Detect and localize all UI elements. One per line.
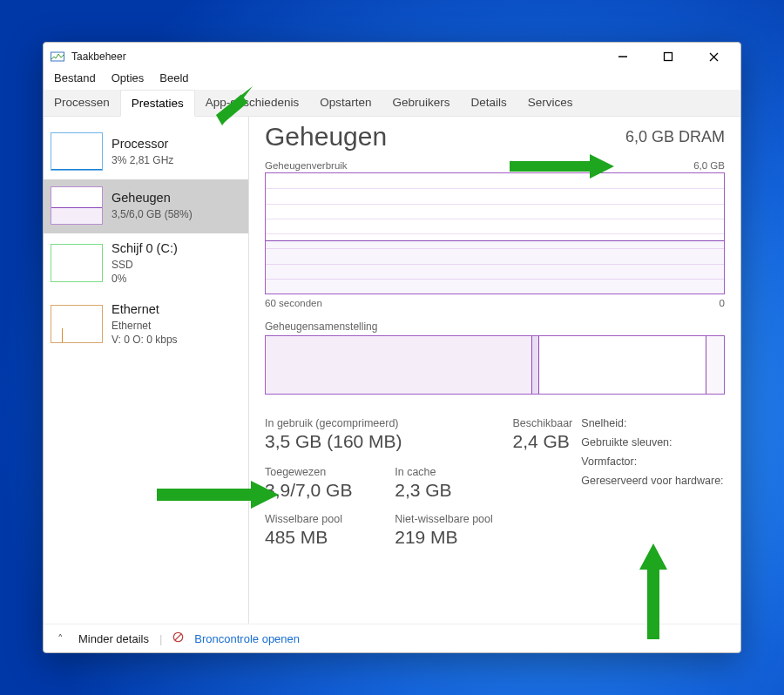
tab-bar: Processen Prestaties App-geschiedenis Op… (44, 90, 740, 117)
memory-composition-chart[interactable] (265, 335, 725, 395)
sidebar-label: Schijf 0 (C:) (112, 240, 178, 258)
sidebar-item-disk[interactable]: Schijf 0 (C:) SSD 0% (44, 233, 248, 294)
stat-label: Toegewezen (265, 466, 374, 479)
x-axis-right: 0 (720, 298, 725, 308)
window-controls (612, 48, 733, 65)
menu-file[interactable]: Bestand (54, 71, 96, 84)
tab-users[interactable]: Gebruikers (382, 90, 460, 116)
sidebar-label: Geheugen (112, 190, 193, 207)
panel-title: Geheugen (265, 122, 387, 152)
meta-form: Vormfactor: (581, 455, 725, 468)
stat-value: 3,5 GB (160 MB) (265, 431, 504, 452)
stat-value: 485 MB (265, 527, 374, 548)
minimize-button[interactable] (612, 48, 634, 65)
usage-chart-label: Geheugenverbruik (265, 160, 348, 171)
menu-view[interactable]: Beeld (159, 71, 188, 84)
window-title: Taakbeheer (71, 51, 126, 63)
meta-slots: Gebruikte sleuven: (581, 436, 725, 449)
sidebar-sub: V: 0 O: 0 kbps (112, 333, 178, 347)
title-bar: Taakbeheer (44, 43, 740, 71)
meta-reserved: Gereserveerd voor hardware: (581, 475, 725, 487)
memory-usage-chart[interactable] (265, 172, 725, 294)
sidebar-sub: 3% 2,81 GHz (112, 153, 173, 167)
sidebar-sub: 0% (112, 272, 178, 286)
stat-value: 2,3 GB (395, 480, 504, 501)
taskmgr-window: Taakbeheer Bestand Opties Beeld Processe… (43, 42, 741, 653)
meta-speed: Snelheid: (581, 417, 725, 429)
stat-label: In cache (395, 466, 504, 479)
menu-bar: Bestand Opties Beeld (44, 71, 740, 90)
tab-processes[interactable]: Processen (44, 90, 120, 116)
svg-rect-2 (665, 53, 672, 61)
perf-sidebar: Processor 3% 2,81 GHz Geheugen 3,5/6,0 G… (44, 117, 249, 624)
memory-panel: Geheugen 6,0 GB DRAM Geheugenverbruik 6,… (249, 117, 740, 624)
menu-options[interactable]: Opties (112, 71, 145, 84)
composition-label: Geheugensamenstelling (265, 321, 725, 333)
sidebar-item-ethernet[interactable]: Ethernet Ethernet V: 0 O: 0 kbps (44, 294, 248, 355)
memory-capacity: 6,0 GB DRAM (625, 128, 725, 146)
stat-value: 3,9/7,0 GB (265, 480, 374, 501)
svg-line-6 (175, 634, 181, 640)
sidebar-label: Ethernet (112, 301, 178, 319)
fewer-details-link[interactable]: Minder details (78, 632, 149, 645)
sidebar-label: Processor (112, 136, 173, 153)
stat-label: Wisselbare pool (265, 513, 374, 526)
stop-icon (172, 631, 184, 645)
sidebar-sub: Ethernet (112, 319, 178, 333)
maximize-button[interactable] (657, 48, 679, 65)
x-axis-left: 60 seconden (265, 298, 322, 308)
sidebar-item-cpu[interactable]: Processor 3% 2,81 GHz (44, 125, 248, 179)
footer-bar: ˄ Minder details | Broncontrole openen (44, 624, 740, 652)
stat-label: Niet-wisselbare pool (395, 513, 504, 526)
stat-value: 219 MB (395, 527, 504, 548)
sidebar-sub: 3,5/6,0 GB (58%) (112, 207, 193, 221)
cpu-thumb-icon (51, 132, 103, 171)
ethernet-thumb-icon (51, 305, 103, 343)
stat-label: Beschikbaar (513, 417, 573, 430)
sidebar-sub: SSD (112, 258, 178, 272)
open-resource-monitor-link[interactable]: Broncontrole openen (194, 632, 300, 645)
stat-value: 2,4 GB (513, 431, 573, 452)
tab-performance[interactable]: Prestaties (120, 90, 195, 117)
disk-thumb-icon (51, 244, 103, 282)
sidebar-item-memory[interactable]: Geheugen 3,5/6,0 GB (58%) (44, 179, 248, 233)
tab-app-history[interactable]: App-geschiedenis (195, 90, 309, 116)
tab-details[interactable]: Details (460, 90, 517, 116)
close-button[interactable] (702, 48, 725, 65)
taskmgr-icon (51, 50, 64, 64)
chevron-up-icon[interactable]: ˄ (52, 632, 68, 645)
stat-label: In gebruik (gecomprimeerd) (265, 417, 504, 430)
tab-services[interactable]: Services (517, 90, 584, 116)
memory-thumb-icon (51, 186, 103, 225)
usage-chart-max: 6,0 GB (693, 160, 725, 171)
tab-startup[interactable]: Opstarten (309, 90, 382, 116)
content-area: Processor 3% 2,81 GHz Geheugen 3,5/6,0 G… (44, 117, 740, 624)
